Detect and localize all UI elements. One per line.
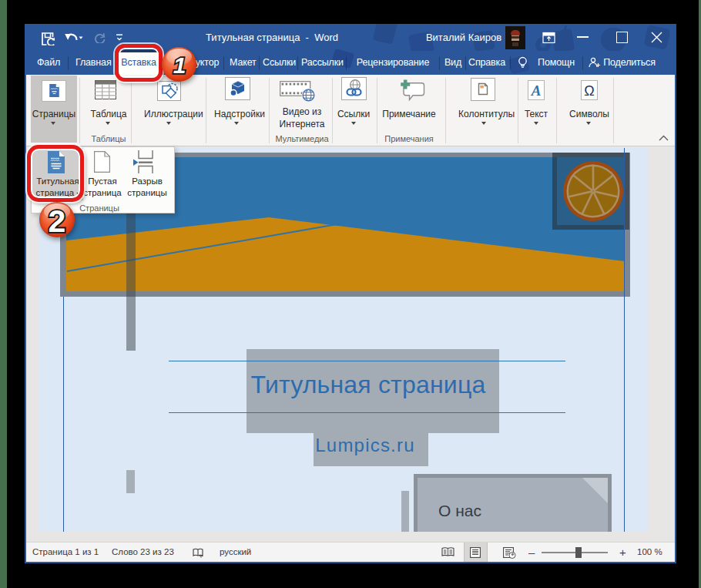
svg-text:Ω: Ω [584,83,594,99]
svg-text:A: A [531,82,542,99]
